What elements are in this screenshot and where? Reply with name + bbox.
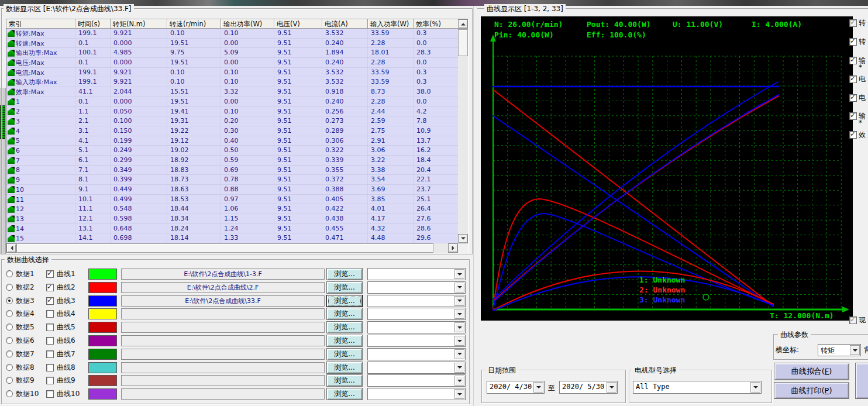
browse-button[interactable]: 浏览... [326,268,363,280]
channel-checkbox[interactable]: ✓ [849,38,857,46]
curve-color-swatch[interactable] [88,269,117,280]
data-radio[interactable] [6,337,13,344]
data-radio[interactable] [6,284,13,291]
column-header[interactable]: 电压(V) [274,19,322,29]
browse-button[interactable]: 浏览... [326,374,363,387]
chevron-down-icon[interactable] [454,349,464,359]
data-radio[interactable] [6,297,13,304]
table-row[interactable]: 65.10.24919.020.509.510.3223.0616.2 [6,146,459,156]
chevron-down-icon[interactable] [850,345,860,355]
table-row[interactable]: 1110.10.49918.530.979.510.4053.8525.1 [6,195,459,205]
table-row[interactable]: 54.10.19919.120.409.510.3062.9113.7 [6,136,459,146]
horizontal-scroll-thumb[interactable] [16,243,433,253]
curve-color-swatch[interactable] [88,282,117,293]
curve-checkbox[interactable]: ✓ [46,297,54,305]
curve-color-swatch[interactable] [88,322,117,333]
table-row[interactable]: 10.10.00019.510.009.510.2402.280.0 [6,97,459,107]
table-row[interactable]: 109.10.44918.630.889.510.3883.6923.7 [6,185,459,195]
channel-checkbox-item[interactable]: ✓转 [849,38,868,46]
chevron-down-icon[interactable] [454,296,464,306]
channel-checkbox[interactable]: ✓ [849,57,857,64]
scroll-up-button[interactable] [458,19,468,29]
curve-file-path-field[interactable] [121,335,325,346]
channel-checkbox-item[interactable]: ✓输* [849,57,868,64]
curve-color-swatch[interactable] [88,308,117,319]
chevron-down-icon[interactable] [454,309,464,319]
channel-checkbox-item[interactable]: ✓现 [849,316,868,324]
curve-extra-dropdown[interactable] [367,281,466,294]
curve-color-swatch[interactable] [88,335,117,346]
chevron-down-icon[interactable] [454,389,464,399]
curve-extra-dropdown[interactable] [367,348,466,360]
curve-color-swatch[interactable] [88,295,117,307]
table-row[interactable]: 1413.10.64818.241.249.510.4554.3228.6 [6,224,459,234]
curve-file-path-field[interactable] [121,349,325,360]
curve-checkbox[interactable] [46,390,54,398]
table-row[interactable]: 87.10.34918.830.699.510.3553.3820.4 [6,166,459,176]
table-vertical-scrollbar[interactable] [458,19,468,243]
chevron-down-icon[interactable] [454,336,464,346]
scroll-left-button[interactable] [6,243,16,253]
scroll-down-button[interactable] [458,234,468,243]
table-row[interactable]: 1211.10.54818.441.069.510.4224.0126.4 [6,204,459,214]
curve-file-path-field[interactable]: E:\软件\2点合成曲线\2.F [121,282,325,293]
table-row[interactable]: 转矩:Max199.19.9210.100.109.513.53233.590.… [6,29,459,39]
curve-file-path-field[interactable] [121,375,325,386]
chevron-down-icon[interactable] [454,322,464,332]
channel-checkbox-item[interactable]: ✓电 [849,75,868,83]
chevron-down-icon[interactable] [454,363,464,373]
curve-file-path-field[interactable]: E:\软件\2点合成曲线\33.F [121,295,325,307]
chevron-down-icon[interactable] [533,382,543,393]
channel-checkbox-item[interactable]: ✓效 [849,131,868,139]
table-row[interactable]: 76.10.29918.920.599.510.3393.2218.4 [6,156,459,166]
chevron-down-icon[interactable] [750,382,760,393]
curve-checkbox[interactable]: ✓ [46,284,54,291]
table-row[interactable]: 效率:Max41.12.04415.513.329.510.9188.7338.… [6,87,459,97]
curve-extra-dropdown[interactable] [367,295,466,307]
browse-button[interactable]: 浏览... [326,281,363,294]
column-header[interactable]: 输出功率(W) [221,19,274,29]
data-radio[interactable] [6,350,13,357]
table-row[interactable]: 98.10.39918.730.789.510.3723.5422.1 [6,175,459,185]
curve-extra-dropdown[interactable] [367,335,466,347]
curve-file-path-field[interactable]: E:\软件\2点合成曲线\1-3.F [121,269,325,280]
table-row[interactable]: 1312.10.59818.341.159.510.4384.1727.6 [6,214,459,224]
channel-checkbox[interactable]: ✓ [849,316,857,324]
browse-button[interactable]: 浏览... [326,388,363,400]
date-to-dropdown[interactable]: 2020/ 5/30 [559,381,618,394]
table-row[interactable]: 输入功率:Max199.19.9210.100.109.513.53233.59… [6,77,459,87]
curve-file-path-field[interactable] [121,308,325,319]
table-row[interactable]: 电压:Max0.10.00019.510.009.510.2402.280.0 [6,58,459,68]
curve-extra-dropdown[interactable] [367,362,466,374]
column-header[interactable]: 输入功率(W) [368,19,414,29]
curve-extra-dropdown[interactable] [367,388,466,400]
curve-color-swatch[interactable] [88,362,117,373]
motor-model-dropdown[interactable]: All Type [633,381,762,394]
table-row[interactable]: 电流:Max199.19.9210.100.109.513.53233.590.… [6,68,459,78]
curve-extra-dropdown[interactable] [367,321,466,333]
curve-color-swatch[interactable] [88,388,117,400]
chevron-down-icon[interactable] [454,376,464,386]
data-radio[interactable] [6,270,13,277]
column-header[interactable]: 时间(s) [75,19,111,29]
table-row[interactable]: 32.10.10019.310.209.510.2732.597.8 [6,116,459,126]
table-row[interactable]: 21.10.05019.410.109.510.2562.444.2 [6,107,459,117]
browse-button[interactable]: 浏览... [326,362,363,374]
table-row[interactable]: 输出功率:Max100.14.9859.755.099.511.89418.01… [6,48,459,58]
table-row[interactable]: 转速:Max0.10.00019.510.009.510.2402.280.0 [6,39,459,49]
table-row[interactable]: 43.10.15019.220.309.510.2892.7510.9 [6,126,459,136]
curve-extra-dropdown[interactable] [367,268,466,280]
chevron-down-icon[interactable] [454,283,464,293]
channel-checkbox[interactable]: ✓ [849,94,857,102]
curve-checkbox[interactable] [46,377,54,384]
curve-checkbox[interactable] [46,324,54,331]
browse-button[interactable]: 浏览... [326,335,363,347]
curve-extra-dropdown[interactable] [367,308,466,320]
curve-fit-button[interactable]: 曲线拟合(F) [774,363,849,380]
column-header[interactable]: 索引 [6,19,75,29]
curve-extra-dropdown[interactable] [367,374,466,387]
curve-color-swatch[interactable] [88,349,117,360]
curve-file-path-field[interactable] [121,362,325,373]
channel-checkbox-item[interactable]: ✓输* [849,112,868,120]
column-header[interactable]: 转矩(N.m) [111,19,167,29]
